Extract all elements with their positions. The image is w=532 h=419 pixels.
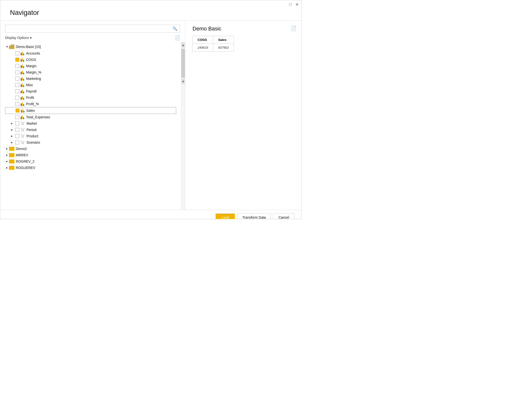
- expand-arrow-misc: [10, 83, 14, 87]
- checkbox-profit[interactable]: [15, 96, 19, 100]
- tree-item-market[interactable]: ► Market: [5, 120, 181, 127]
- expand-arrow-market[interactable]: ►: [10, 122, 14, 125]
- checkbox-cogs[interactable]: [15, 58, 19, 62]
- expand-arrow-accounts: [10, 52, 14, 55]
- scatter-icon-period: [21, 128, 25, 132]
- tree-scroll-content: ▼ Demo.Basic [15] Accounts: [0, 42, 185, 172]
- tree-item-profit[interactable]: Profit: [5, 94, 181, 101]
- minimize-button[interactable]: □: [289, 2, 291, 7]
- checkbox-period[interactable]: [15, 128, 19, 132]
- expand-arrow-demo-basic[interactable]: ▼: [5, 45, 9, 48]
- tree-item-accounts[interactable]: Accounts: [5, 50, 181, 56]
- checkbox-margin-pct[interactable]: [15, 70, 19, 74]
- tree-item-rogrev2[interactable]: ► ROGREV_2: [5, 158, 181, 165]
- bar-chart-icon-marketing: [21, 77, 24, 80]
- expand-arrow-period[interactable]: ►: [10, 128, 14, 131]
- checkbox-profit-pct[interactable]: [15, 102, 19, 106]
- preview-row-0: 249616 607902: [193, 44, 234, 52]
- svg-rect-18: [21, 143, 22, 144]
- tree-item-sales[interactable]: Sales: [5, 107, 176, 114]
- svg-rect-8: [21, 130, 22, 131]
- expand-arrow-scenario[interactable]: ►: [10, 141, 14, 144]
- tree-item-total-expenses[interactable]: Total_Expenses: [5, 114, 181, 120]
- label-market: Market: [26, 121, 37, 125]
- bar-chart-icon-sales: [21, 109, 24, 113]
- checkbox-product[interactable]: [15, 134, 19, 138]
- checkbox-misc[interactable]: [15, 83, 19, 87]
- svg-rect-1: [22, 123, 23, 124]
- expand-arrow-roguerev[interactable]: ►: [5, 166, 9, 170]
- checkbox-sales[interactable]: [16, 109, 19, 113]
- export-icon-right[interactable]: 📄: [291, 26, 297, 31]
- checkbox-margin[interactable]: [15, 64, 19, 68]
- tree-wrapper: ▼ Demo.Basic [15] Accounts: [0, 42, 185, 210]
- label-product: Product: [26, 134, 38, 138]
- scrollbar-up[interactable]: ▲: [181, 42, 185, 48]
- tree-item-demo-basic[interactable]: ▼ Demo.Basic [15]: [5, 43, 181, 50]
- tree-item-profit-pct[interactable]: Profit_%: [5, 101, 181, 107]
- tree-item-cogs[interactable]: COGS: [5, 56, 181, 63]
- checkbox-accounts[interactable]: [15, 51, 19, 55]
- bar-chart-icon-margin-pct: [21, 70, 24, 74]
- search-input[interactable]: [8, 27, 173, 31]
- checkbox-payroll[interactable]: [15, 89, 19, 93]
- tree-item-scenario[interactable]: ► Scenario: [5, 139, 181, 145]
- svg-rect-3: [21, 124, 22, 124]
- expand-arrow-profit-pct: [10, 102, 14, 106]
- checkbox-marketing[interactable]: [15, 77, 19, 80]
- label-sales: Sales: [26, 109, 35, 113]
- label-accounts: Accounts: [26, 51, 40, 55]
- checkbox-scenario[interactable]: [15, 141, 19, 144]
- tree-item-period[interactable]: ► Period: [5, 127, 181, 133]
- left-panel: 🔍 Display Options ▾ 📄 ▼ Demo.Basic [15]: [0, 21, 185, 210]
- svg-rect-12: [23, 135, 24, 135]
- expand-arrow-cogs: [10, 58, 14, 61]
- label-scenario: Scenario: [26, 141, 40, 144]
- bar-chart-icon-cogs: [21, 58, 24, 62]
- label-period: Period: [26, 128, 36, 132]
- svg-rect-4: [23, 124, 24, 125]
- svg-rect-16: [22, 142, 23, 143]
- preview-table: COGS Sales 249616 607902: [192, 36, 234, 52]
- tree-item-marketing[interactable]: Marketing: [5, 76, 181, 82]
- scatter-icon-market: [21, 121, 25, 125]
- search-icon: 🔍: [173, 26, 177, 31]
- preview-cell-sales: 607902: [213, 44, 234, 52]
- preview-col-cogs: COGS: [193, 36, 213, 44]
- scrollbar-down[interactable]: ▼: [181, 79, 185, 84]
- scatter-icon-scenario: [21, 141, 25, 144]
- svg-rect-6: [22, 129, 23, 130]
- preview-title: Demo Basic: [192, 26, 294, 32]
- tree-item-product[interactable]: ► Product: [5, 133, 181, 139]
- tree-item-misc[interactable]: Misc: [5, 82, 181, 88]
- expand-arrow-total-expenses: [10, 115, 14, 119]
- expand-arrow-demo2[interactable]: ►: [5, 147, 9, 150]
- tree-item-margin-pct[interactable]: Margin_%: [5, 69, 181, 76]
- preview-col-sales: Sales: [213, 36, 234, 44]
- svg-rect-13: [21, 136, 22, 137]
- bar-chart-icon-profit-pct: [21, 102, 24, 106]
- label-payroll: Payroll: [26, 89, 37, 93]
- cancel-button[interactable]: Cancel: [273, 213, 294, 219]
- tree-item-mrrev[interactable]: ► MRREV: [5, 152, 181, 158]
- checkbox-total-expenses[interactable]: [15, 115, 19, 119]
- folder-icon-demo2: [9, 147, 14, 151]
- expand-arrow-product[interactable]: ►: [10, 134, 14, 138]
- export-icon-left: 📄: [175, 35, 180, 40]
- svg-rect-7: [23, 128, 24, 129]
- close-button[interactable]: ✕: [295, 2, 299, 7]
- load-button[interactable]: Load: [216, 213, 235, 219]
- right-panel: Demo Basic 📄 COGS Sales 249616 607902: [185, 21, 302, 210]
- expand-arrow-mrrev[interactable]: ►: [5, 153, 9, 157]
- svg-rect-14: [23, 137, 24, 138]
- tree-item-payroll[interactable]: Payroll: [5, 88, 181, 94]
- transform-data-button[interactable]: Transform Data: [237, 213, 271, 219]
- expand-arrow-rogrev2[interactable]: ►: [5, 160, 9, 163]
- tree-item-demo2[interactable]: ► Demo2: [5, 145, 181, 152]
- tree-item-roguerev[interactable]: ► ROGUEREV: [5, 165, 181, 171]
- tree-item-margin[interactable]: Margin: [5, 63, 181, 69]
- display-options-button[interactable]: Display Options ▾: [5, 36, 32, 40]
- main-layout: 🔍 Display Options ▾ 📄 ▼ Demo.Basic [15]: [0, 20, 302, 210]
- scrollbar-thumb[interactable]: [181, 49, 185, 78]
- checkbox-market[interactable]: [15, 121, 19, 125]
